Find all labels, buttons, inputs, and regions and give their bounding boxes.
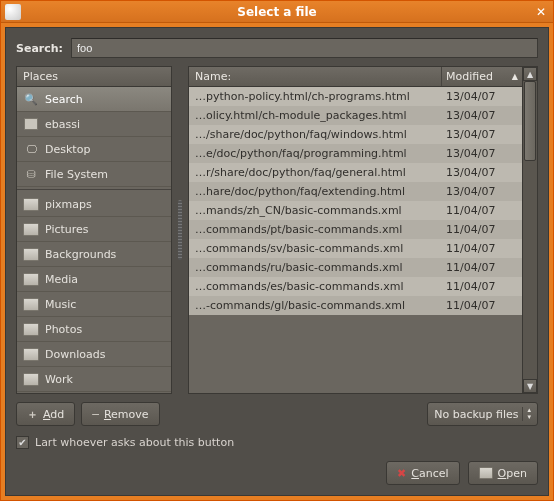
file-row[interactable]: …r/share/doc/python/faq/general.html13/0… xyxy=(189,163,522,182)
file-modified: 11/04/07 xyxy=(446,242,516,255)
folder-icon xyxy=(23,271,39,287)
file-name: …-commands/gl/basic-commands.xml xyxy=(195,299,446,312)
folder-icon xyxy=(23,246,39,262)
titlebar[interactable]: Select a file ✕ xyxy=(1,1,553,23)
shortcut-button-row: ＋ Add ─ Remove No backup files ▴▾ xyxy=(16,402,538,426)
file-row[interactable]: …/share/doc/python/faq/windows.html13/04… xyxy=(189,125,522,144)
minus-icon: ─ xyxy=(92,408,99,421)
file-modified: 11/04/07 xyxy=(446,204,516,217)
cancel-rest: ancel xyxy=(419,467,449,480)
file-modified: 13/04/07 xyxy=(446,185,516,198)
extra-checkbox-row: ✔ Lart whoever asks about this button xyxy=(16,434,538,453)
column-name-header[interactable]: Name: xyxy=(189,67,442,86)
file-name: …r/share/doc/python/faq/general.html xyxy=(195,166,446,179)
cancel-icon: ✖ xyxy=(397,467,406,480)
search-icon xyxy=(23,91,39,107)
filter-combo[interactable]: No backup files ▴▾ xyxy=(427,402,538,426)
file-row[interactable]: …e/doc/python/faq/programming.html13/04/… xyxy=(189,144,522,163)
file-row[interactable]: …hare/doc/python/faq/extending.html13/04… xyxy=(189,182,522,201)
places-item-label: Photos xyxy=(45,323,82,336)
places-item[interactable]: Backgrounds xyxy=(17,242,171,267)
file-modified: 13/04/07 xyxy=(446,109,516,122)
filter-label: No backup files xyxy=(434,408,518,421)
folder-icon xyxy=(23,371,39,387)
sort-arrow-icon: ▲ xyxy=(512,72,518,81)
file-row[interactable]: …commands/ru/basic-commands.xml11/04/07 xyxy=(189,258,522,277)
column-modified-label: Modified xyxy=(446,70,493,83)
lart-checkbox-label: Lart whoever asks about this button xyxy=(35,436,234,449)
file-name: …e/doc/python/faq/programming.html xyxy=(195,147,446,160)
cancel-mnemonic: C xyxy=(411,467,419,480)
search-label: Search: xyxy=(16,42,63,55)
window-title: Select a file xyxy=(237,5,316,19)
file-row[interactable]: …commands/sv/basic-commands.xml11/04/07 xyxy=(189,239,522,258)
file-name: …commands/pt/basic-commands.xml xyxy=(195,223,446,236)
places-item[interactable]: Media xyxy=(17,267,171,292)
file-row[interactable]: …mands/zh_CN/basic-commands.xml11/04/07 xyxy=(189,201,522,220)
places-item[interactable]: Pictures xyxy=(17,217,171,242)
folder-icon xyxy=(23,296,39,312)
places-item[interactable]: Desktop xyxy=(17,137,171,162)
pane-divider[interactable] xyxy=(178,200,182,260)
file-name: …olicy.html/ch-module_packages.html xyxy=(195,109,446,122)
folder-icon xyxy=(23,221,39,237)
places-item-label: Media xyxy=(45,273,78,286)
file-row[interactable]: …olicy.html/ch-module_packages.html13/04… xyxy=(189,106,522,125)
places-item[interactable]: Music xyxy=(17,292,171,317)
file-name: …commands/sv/basic-commands.xml xyxy=(195,242,446,255)
places-item[interactable]: Photos xyxy=(17,317,171,342)
file-name: …/share/doc/python/faq/windows.html xyxy=(195,128,446,141)
file-name: …commands/ru/basic-commands.xml xyxy=(195,261,446,274)
file-row[interactable]: …python-policy.html/ch-programs.html13/0… xyxy=(189,87,522,106)
file-modified: 13/04/07 xyxy=(446,128,516,141)
places-item[interactable]: Downloads xyxy=(17,342,171,367)
file-modified: 11/04/07 xyxy=(446,223,516,236)
search-row: Search: xyxy=(16,38,538,58)
places-item[interactable]: File System xyxy=(17,162,171,187)
add-button[interactable]: ＋ Add xyxy=(16,402,75,426)
file-row[interactable]: …commands/pt/basic-commands.xml11/04/07 xyxy=(189,220,522,239)
open-button[interactable]: Open xyxy=(468,461,538,485)
lart-checkbox[interactable]: ✔ xyxy=(16,436,29,449)
places-item[interactable]: ebassi xyxy=(17,112,171,137)
file-row[interactable]: …-commands/gl/basic-commands.xml11/04/07 xyxy=(189,296,522,315)
dialog-footer: ✖ Cancel Open xyxy=(16,461,538,485)
scroll-down-button[interactable]: ▼ xyxy=(523,379,537,393)
file-modified: 11/04/07 xyxy=(446,280,516,293)
places-item-label: Music xyxy=(45,298,76,311)
places-item[interactable]: Search xyxy=(17,87,171,112)
dialog-body: Search: Places SearchebassiDesktopFile S… xyxy=(5,27,549,496)
places-header[interactable]: Places xyxy=(17,67,171,87)
folder-icon xyxy=(23,321,39,337)
files-scrollbar[interactable]: ▲ ▼ xyxy=(522,67,537,393)
places-item-label: Downloads xyxy=(45,348,105,361)
dialog-window: Select a file ✕ Search: Places Searcheba… xyxy=(0,0,554,501)
places-item-label: Pictures xyxy=(45,223,89,236)
file-row[interactable]: …commands/es/basic-commands.xml11/04/07 xyxy=(189,277,522,296)
combo-arrows-icon: ▴▾ xyxy=(522,407,531,421)
column-modified-header[interactable]: Modified ▲ xyxy=(442,67,522,86)
places-item-label: File System xyxy=(45,168,108,181)
places-separator xyxy=(17,189,171,190)
places-list: SearchebassiDesktopFile SystempixmapsPic… xyxy=(17,87,171,393)
open-rest: pen xyxy=(506,467,527,480)
file-name: …hare/doc/python/faq/extending.html xyxy=(195,185,446,198)
places-item[interactable]: pixmaps xyxy=(17,192,171,217)
drive-icon xyxy=(23,166,39,182)
cancel-button[interactable]: ✖ Cancel xyxy=(386,461,460,485)
close-button[interactable]: ✕ xyxy=(533,4,549,20)
file-name: …mands/zh_CN/basic-commands.xml xyxy=(195,204,446,217)
search-input[interactable] xyxy=(71,38,538,58)
close-icon: ✕ xyxy=(536,5,546,19)
remove-button[interactable]: ─ Remove xyxy=(81,402,159,426)
plus-icon: ＋ xyxy=(27,407,38,422)
file-modified: 13/04/07 xyxy=(446,147,516,160)
window-icon xyxy=(5,4,21,20)
scroll-up-button[interactable]: ▲ xyxy=(523,67,537,81)
places-item[interactable]: Work xyxy=(17,367,171,392)
places-item-label: ebassi xyxy=(45,118,80,131)
file-modified: 13/04/07 xyxy=(446,166,516,179)
scroll-track[interactable] xyxy=(523,81,537,379)
scroll-thumb[interactable] xyxy=(524,81,536,161)
folder-icon xyxy=(23,346,39,362)
